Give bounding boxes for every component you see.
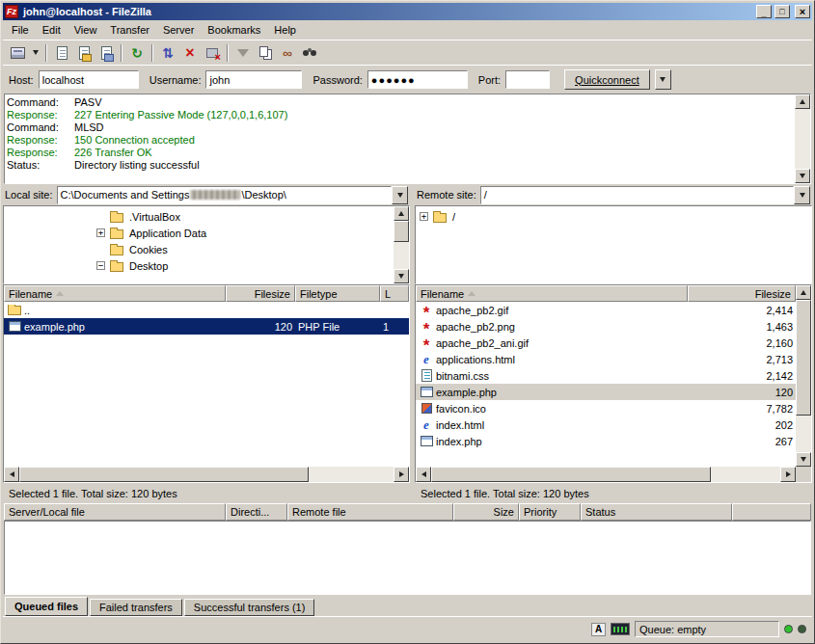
site-manager-dropdown[interactable] bbox=[29, 42, 41, 64]
remote-site-dropdown[interactable] bbox=[794, 186, 810, 204]
file-row-parent-dir[interactable]: .. bbox=[4, 302, 409, 318]
menu-transfer[interactable]: Transfer bbox=[103, 22, 156, 38]
local-list-hscrollbar[interactable] bbox=[4, 467, 409, 482]
column-header-size[interactable]: Size bbox=[453, 503, 519, 521]
local-site-path[interactable]: C:\Documents and Settings\Desktop\ bbox=[57, 186, 392, 204]
file-row[interactable]: *apache_pb2.gif 2,414 bbox=[416, 302, 796, 318]
collapse-icon[interactable]: − bbox=[96, 261, 105, 270]
remote-list-hscrollbar[interactable] bbox=[416, 467, 796, 482]
tree-item[interactable]: Cookies bbox=[4, 241, 394, 257]
scrollbar-thumb[interactable] bbox=[394, 221, 409, 242]
tab-successful-transfers[interactable]: Successful transfers (1) bbox=[184, 599, 315, 616]
maximize-button[interactable]: □ bbox=[774, 5, 790, 18]
port-input[interactable] bbox=[505, 70, 550, 89]
scrollbar-track[interactable] bbox=[394, 242, 409, 269]
synchronized-browsing-button[interactable]: ∞ bbox=[277, 42, 298, 64]
scroll-down-button[interactable] bbox=[796, 452, 811, 467]
log-scrollbar[interactable] bbox=[795, 94, 810, 183]
scroll-down-button[interactable] bbox=[795, 169, 810, 183]
scrollbar-thumb[interactable] bbox=[431, 467, 711, 482]
menu-file[interactable]: File bbox=[5, 22, 36, 38]
remote-site-combo[interactable]: / bbox=[480, 186, 810, 204]
titlebar[interactable]: Fz john@localhost - FileZilla _ □ × bbox=[3, 3, 812, 20]
queue-list-body[interactable] bbox=[4, 521, 811, 595]
scrollbar-thumb[interactable] bbox=[796, 300, 811, 416]
host-input[interactable] bbox=[39, 70, 139, 89]
local-site-dropdown[interactable] bbox=[392, 186, 408, 204]
scrollbar-track[interactable] bbox=[711, 467, 780, 482]
remote-list-body[interactable]: *apache_pb2.gif 2,414 *apache_pb2.png 1,… bbox=[416, 302, 796, 467]
file-row-selected[interactable]: example.php 120 PHP File 1 bbox=[4, 318, 409, 335]
close-button[interactable]: × bbox=[795, 5, 810, 18]
remote-list-vscrollbar[interactable] bbox=[796, 285, 811, 482]
column-header-server-local-file[interactable]: Server/Local file bbox=[4, 503, 226, 521]
column-header-filename[interactable]: Filename bbox=[4, 285, 226, 302]
menu-server[interactable]: Server bbox=[156, 22, 201, 38]
file-row[interactable]: *apache_pb2_ani.gif 2,160 bbox=[416, 335, 796, 351]
scrollbar-track[interactable] bbox=[309, 467, 394, 482]
tab-failed-transfers[interactable]: Failed transfers bbox=[90, 599, 182, 616]
scrollbar-track[interactable] bbox=[795, 109, 810, 169]
toggle-remote-tree-button[interactable] bbox=[95, 42, 117, 64]
menu-bookmarks[interactable]: Bookmarks bbox=[201, 22, 267, 38]
directory-comparison-button[interactable] bbox=[255, 42, 276, 64]
disconnect-button[interactable] bbox=[202, 42, 223, 64]
column-header-filename[interactable]: Filename bbox=[416, 285, 688, 302]
toggle-local-tree-button[interactable] bbox=[73, 42, 95, 64]
file-row[interactable]: index.php 267 bbox=[416, 433, 796, 449]
tree-item[interactable]: .VirtualBox bbox=[4, 208, 394, 225]
scroll-right-button[interactable] bbox=[394, 467, 409, 482]
file-row[interactable]: eindex.html 202 bbox=[416, 416, 796, 433]
column-header-filesize[interactable]: Filesize bbox=[688, 285, 796, 302]
scroll-down-button[interactable] bbox=[394, 269, 409, 283]
file-row[interactable]: *apache_pb2.png 1,463 bbox=[416, 318, 796, 335]
tree-item[interactable]: + / bbox=[416, 208, 811, 225]
local-site-combo[interactable]: C:\Documents and Settings\Desktop\ bbox=[57, 186, 408, 204]
scroll-left-button[interactable] bbox=[416, 467, 431, 482]
file-row[interactable]: favicon.ico 7,782 bbox=[416, 400, 796, 416]
expand-icon[interactable]: + bbox=[420, 212, 428, 221]
expand-icon[interactable]: + bbox=[96, 228, 105, 237]
file-row[interactable]: bitnami.css 2,142 bbox=[416, 367, 796, 384]
toggle-message-log-button[interactable] bbox=[51, 42, 72, 64]
username-input[interactable] bbox=[205, 70, 302, 89]
local-tree[interactable]: .VirtualBox + Application Data Cookies −… bbox=[3, 205, 410, 284]
cancel-button[interactable]: × bbox=[179, 42, 201, 64]
tab-queued-files[interactable]: Queued files bbox=[5, 597, 88, 616]
toggle-queue-button[interactable]: ⇅ bbox=[157, 42, 178, 64]
site-manager-button[interactable] bbox=[7, 42, 28, 64]
site-row: Local site: C:\Documents and Settings\De… bbox=[3, 184, 812, 205]
column-header-remote-file[interactable]: Remote file bbox=[287, 503, 453, 521]
local-list-body[interactable]: .. example.php 120 PHP File 1 bbox=[4, 302, 409, 467]
quickconnect-dropdown[interactable] bbox=[655, 69, 671, 90]
column-header-last-modified[interactable]: L bbox=[380, 285, 409, 302]
scroll-up-button[interactable] bbox=[394, 206, 409, 221]
menu-help[interactable]: Help bbox=[267, 22, 303, 38]
minimize-button[interactable]: _ bbox=[756, 5, 772, 18]
filter-button[interactable] bbox=[232, 42, 254, 64]
remote-site-path[interactable]: / bbox=[480, 186, 794, 204]
password-input[interactable] bbox=[367, 70, 468, 89]
menu-edit[interactable]: Edit bbox=[36, 22, 68, 38]
scroll-up-button[interactable] bbox=[796, 285, 811, 300]
find-files-button[interactable] bbox=[299, 42, 320, 64]
menu-view[interactable]: View bbox=[68, 22, 104, 38]
quickconnect-button[interactable]: Quickconnect bbox=[564, 69, 650, 90]
column-header-filetype[interactable]: Filetype bbox=[295, 285, 380, 302]
column-header-status[interactable]: Status bbox=[581, 503, 732, 521]
scroll-right-button[interactable] bbox=[780, 467, 796, 482]
file-row-selected[interactable]: example.php 120 bbox=[416, 384, 796, 400]
scrollbar-track[interactable] bbox=[796, 416, 811, 452]
tree-item[interactable]: − Desktop bbox=[4, 257, 394, 274]
scrollbar-thumb[interactable] bbox=[19, 467, 309, 482]
scroll-left-button[interactable] bbox=[4, 467, 19, 482]
tree-item[interactable]: + Application Data bbox=[4, 225, 394, 241]
column-header-direction[interactable]: Directi... bbox=[226, 503, 287, 521]
column-header-filesize[interactable]: Filesize bbox=[226, 285, 295, 302]
remote-tree[interactable]: + / bbox=[415, 205, 812, 284]
file-row[interactable]: eapplications.html 2,713 bbox=[416, 351, 796, 367]
column-header-priority[interactable]: Priority bbox=[519, 503, 581, 521]
scroll-up-button[interactable] bbox=[795, 94, 810, 109]
refresh-button[interactable]: ↻ bbox=[126, 42, 148, 64]
local-tree-scrollbar[interactable] bbox=[394, 206, 409, 283]
